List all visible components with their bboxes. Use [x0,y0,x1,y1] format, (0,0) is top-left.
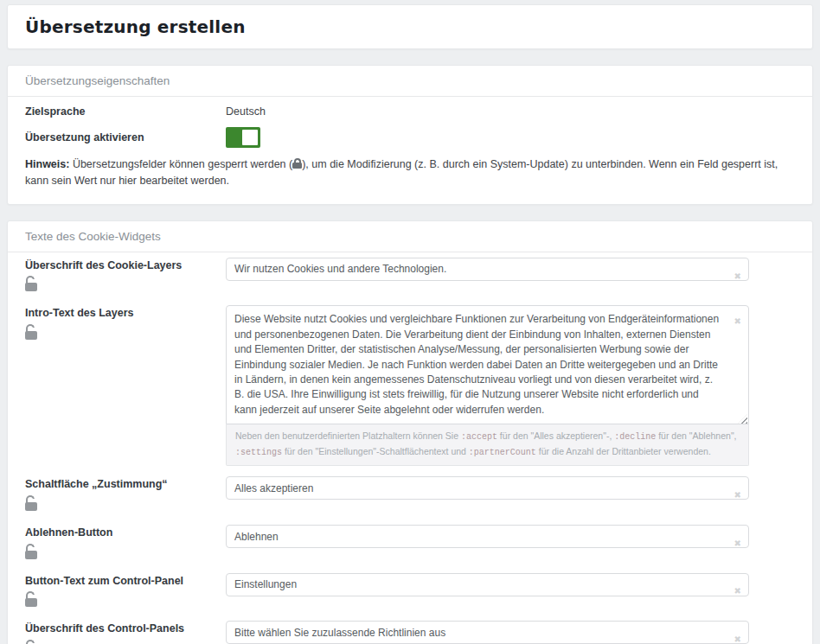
field-label: Schaltfläche „Zustimmung“ [25,478,226,492]
clear-input-icon[interactable]: ✖ [734,587,741,596]
cookie-layer-heading-input[interactable] [226,258,749,281]
page: Übersetzung erstellen Übersetzungseigens… [0,0,820,644]
settings-button-text-input[interactable] [226,573,749,596]
field-label: Ablehnen-Button [25,526,226,540]
field-row-control-panel-heading: Überschrift des Control-Panels ✖ [25,621,795,644]
card-body-properties: Zielsprache Deutsch Übersetzung aktivier… [8,97,812,204]
unlock-icon[interactable] [25,495,38,511]
accept-button-text-input[interactable] [226,476,749,500]
placeholder-note: Neben den benutzerdefinierten Platzhalte… [226,424,749,466]
intro-text-textarea[interactable]: Diese Website nutzt Cookies und vergleic… [226,305,749,424]
field-label: Überschrift des Cookie-Layers [25,259,226,273]
decline-button-text-input[interactable] [226,525,749,548]
row-activate-translation: Übersetzung aktivieren [25,127,795,148]
field-row-intro-text: Intro-Text des Layers Diese Website nutz… [25,305,795,466]
activate-translation-label: Übersetzung aktivieren [25,131,226,143]
field-label: Button-Text zum Control-Panel [25,575,226,589]
target-language-value: Deutsch [226,105,795,118]
field-row-cookie-layer-heading: Überschrift des Cookie-Layers ✖ [25,258,795,296]
card-header-cookie-texts: Texte des Cookie-Widgets [8,221,812,252]
card-translation-properties: Übersetzungseigenschaften Zielsprache De… [7,65,813,205]
unlock-icon[interactable] [25,640,38,644]
card-header-properties: Übersetzungseigenschaften [8,66,812,97]
hint-before-icon: Übersetzungsfelder können gesperrt werde… [69,158,292,170]
page-title-bar: Übersetzung erstellen [7,4,813,49]
hint-prefix: Hinweis: [25,158,69,170]
placeholder-partnercount: :partnerCount [469,448,536,457]
toggle-knob [242,130,258,145]
placeholder-decline: :decline [614,432,656,442]
field-row-accept-button: Schaltfläche „Zustimmung“ ✖ [25,476,795,514]
field-label: Überschrift des Control-Panels [25,622,226,636]
placeholder-settings: :settings [235,448,282,457]
field-label: Intro-Text des Layers [25,307,226,321]
card-cookie-widget-texts: Texte des Cookie-Widgets Überschrift des… [7,220,813,644]
clear-input-icon[interactable]: ✖ [734,272,741,281]
clear-input-icon[interactable]: ✖ [734,491,741,500]
clear-input-icon[interactable]: ✖ [734,317,741,326]
lock-closed-icon [292,158,302,169]
clear-input-icon[interactable]: ✖ [734,635,741,644]
unlock-icon[interactable] [25,276,38,291]
unlock-icon[interactable] [25,324,38,340]
field-row-decline-button: Ablehnen-Button ✖ [25,525,795,563]
target-language-label: Zielsprache [25,105,226,118]
page-title: Übersetzung erstellen [25,16,795,37]
field-row-settings-button: Button-Text zum Control-Panel ✖ [25,573,795,611]
clear-input-icon[interactable]: ✖ [734,539,741,548]
card-body-cookie-texts: Überschrift des Cookie-Layers ✖ Intro-Te… [8,252,812,644]
activate-translation-toggle[interactable] [226,127,260,148]
unlock-icon[interactable] [25,591,38,607]
lock-hint-text: Hinweis: Übersetzungsfelder können gespe… [25,156,795,190]
placeholder-accept: :accept [461,432,497,442]
row-target-language: Zielsprache Deutsch [25,105,795,118]
unlock-icon[interactable] [25,544,38,559]
control-panel-heading-input[interactable] [226,621,749,644]
